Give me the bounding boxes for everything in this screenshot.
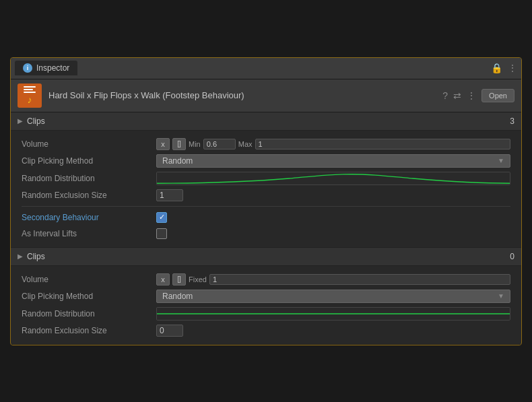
clip-picking-value-1: Random [162, 156, 193, 166]
clip-picking-label-1: Clip Picking Method [22, 156, 156, 166]
dropdown-arrow-icon: ▼ [498, 157, 504, 164]
secondary-behaviour-label: Secondary Behaviour [22, 213, 156, 222]
lock-icon[interactable]: 🔒 [491, 63, 502, 73]
icon-line [24, 89, 33, 90]
random-distribution-control-1 [156, 172, 510, 185]
header-actions: ? ⇄ ⋮ Open [442, 89, 514, 102]
clips-section-1-header[interactable]: ▶ Clips 3 [11, 112, 521, 131]
volume-control-2: x [] Fixed [156, 273, 510, 286]
clip-picking-row-1: Clip Picking Method Random ▼ [11, 152, 521, 170]
divider-1 [22, 206, 510, 207]
random-exclusion-row-2: Random Exclusion Size 0 [11, 323, 521, 339]
info-icon: i [23, 63, 32, 73]
secondary-behaviour-row: Secondary Behaviour [11, 209, 521, 226]
as-interval-lifts-checkbox[interactable] [156, 228, 167, 239]
help-icon[interactable]: ? [442, 90, 448, 101]
icon-line [24, 92, 36, 93]
dropdown-arrow-icon-2: ▼ [498, 292, 504, 300]
random-exclusion-value-1[interactable]: 1 [156, 189, 183, 201]
header-title: Hard Soil x Flip Flops x Walk (Footstep … [48, 90, 436, 100]
volume-row-2: Volume x [] Fixed [11, 271, 521, 288]
window-controls: 🔒 ⋮ [491, 63, 517, 73]
curve-svg-1 [157, 172, 510, 185]
clip-picking-control-2: Random ▼ [156, 290, 510, 303]
random-exclusion-label-2: Random Exclusion Size [22, 326, 156, 335]
secondary-behaviour-control [156, 212, 510, 223]
menu-icon[interactable]: ⋮ [508, 63, 517, 73]
max-value-1[interactable] [255, 139, 510, 149]
volume-control-1: x [] Min Max [156, 138, 510, 150]
as-interval-lifts-row: As Interval Lifts [11, 226, 521, 242]
secondary-behaviour-checkbox[interactable] [156, 212, 167, 223]
random-exclusion-row-1: Random Exclusion Size 1 [11, 187, 521, 203]
random-distribution-row-1: Random Distribution [11, 170, 521, 187]
volume-bracket-2[interactable]: [] [172, 273, 186, 286]
max-label-1: Max [238, 140, 253, 148]
flat-line-svg-2 [157, 308, 510, 320]
clips-section-2-label: Clips [27, 252, 45, 261]
clips-section-1-count: 3 [510, 116, 514, 126]
flat-line-graph-2[interactable] [156, 307, 510, 321]
section-arrow-icon: ▶ [18, 117, 23, 125]
tab-bar: i Inspector 🔒 ⋮ [11, 58, 521, 79]
clip-picking-control-1: Random ▼ [156, 154, 510, 168]
random-distribution-control-2 [156, 307, 510, 321]
volume-x-button-2[interactable]: x [156, 273, 170, 286]
clips-section-1-body: Volume x [] Min Max Clip Picking Method [11, 131, 521, 248]
random-exclusion-label-1: Random Exclusion Size [22, 191, 156, 200]
header: ♪ Hard Soil x Flip Flops x Walk (Footste… [11, 79, 521, 112]
min-value-1[interactable] [203, 139, 236, 149]
volume-bracket-1[interactable]: [] [172, 138, 186, 150]
random-exclusion-value-2[interactable]: 0 [156, 325, 183, 337]
clips-section-2-count: 0 [510, 252, 514, 261]
random-distribution-label-2: Random Distribution [22, 309, 156, 319]
clip-picking-dropdown-1[interactable]: Random ▼ [156, 154, 510, 168]
curve-graph-1[interactable] [156, 172, 510, 185]
open-button[interactable]: Open [481, 89, 514, 102]
as-interval-lifts-control [156, 228, 510, 239]
random-distribution-label-1: Random Distribution [22, 174, 156, 183]
volume-label-1: Volume [22, 139, 156, 149]
as-interval-lifts-label: As Interval Lifts [22, 229, 156, 238]
more-icon[interactable]: ⋮ [467, 90, 476, 101]
clip-picking-label-2: Clip Picking Method [22, 292, 156, 301]
clip-picking-value-2: Random [162, 292, 193, 301]
inspector-window: i Inspector 🔒 ⋮ ♪ Hard Soil x Flip Flops… [10, 57, 522, 345]
icon-line [24, 86, 36, 88]
random-distribution-row-2: Random Distribution [11, 305, 521, 323]
clips-section-2-header[interactable]: ▶ Clips 0 [11, 248, 521, 266]
fixed-label-2: Fixed [189, 275, 207, 283]
fixed-value-2[interactable] [209, 274, 510, 285]
volume-x-button-1[interactable]: x [156, 138, 170, 150]
clips-section-2-body: Volume x [] Fixed Clip Picking Method [11, 266, 521, 345]
header-icon: ♪ [18, 83, 42, 108]
tab-inspector[interactable]: i Inspector [15, 61, 77, 75]
volume-label-2: Volume [22, 275, 156, 284]
volume-row-1: Volume x [] Min Max [11, 136, 521, 152]
settings-icon[interactable]: ⇄ [453, 90, 461, 101]
min-label-1: Min [189, 140, 201, 148]
tab-label: Inspector [36, 63, 69, 73]
random-exclusion-control-2: 0 [156, 325, 510, 337]
clip-picking-row-2: Clip Picking Method Random ▼ [11, 288, 521, 305]
music-icon: ♪ [28, 94, 32, 105]
content: ▶ Clips 3 Volume x [] Min Max [11, 112, 521, 345]
clip-picking-dropdown-2[interactable]: Random ▼ [156, 290, 510, 303]
clips-section-1-label: Clips [27, 116, 45, 126]
random-exclusion-control-1: 1 [156, 189, 510, 201]
section-arrow-icon-2: ▶ [18, 253, 23, 260]
sliders-icon [24, 86, 36, 93]
